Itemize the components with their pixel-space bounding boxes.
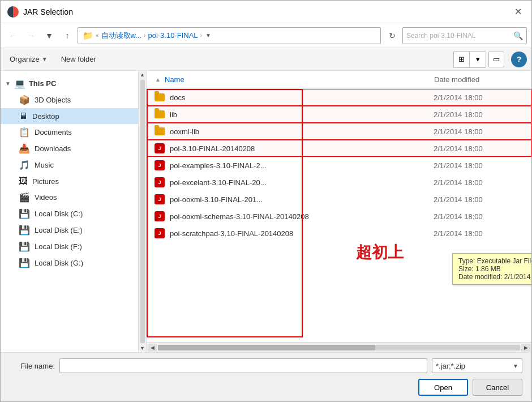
documents-label: Documents (35, 128, 72, 136)
sidebar-item-documents[interactable]: 📋 Documents (1, 124, 146, 140)
videos-icon: 🎬 (19, 192, 30, 203)
sidebar-item-desktop[interactable]: 🖥 Desktop (1, 108, 146, 124)
jar-icon: J (154, 211, 165, 222)
hscroll-right-arrow[interactable]: ▶ (521, 344, 530, 352)
file-list: docs 2/1/2014 18:00 lib 2/1/2014 18:00 (147, 89, 531, 342)
sidebar-item-local-disk-e[interactable]: 💾 Local Disk (E:) (1, 222, 146, 238)
jar-icon: J (154, 160, 165, 171)
scroll-up-arrow[interactable]: ▲ (139, 71, 147, 79)
table-row[interactable]: J poi-ooxml-schemas-3.10-FINAL-20140208 … (147, 208, 531, 225)
file-name: docs (170, 93, 429, 102)
toolbar: Organize ▼ New folder ⊞ ▾ ▭ ? (1, 48, 531, 71)
sidebar-item-3d-objects[interactable]: 📦 3D Objects (1, 92, 146, 108)
expand-icon: ▼ (5, 80, 11, 87)
sidebar-item-downloads[interactable]: 📥 Downloads (1, 140, 146, 157)
sort-collapse-btn[interactable]: ▲ (153, 75, 162, 84)
organize-chevron: ▼ (42, 56, 48, 62)
tooltip-size: Size: 1.86 MB (458, 265, 531, 273)
table-row[interactable]: J poi-scratchpad-3.10-FINAL-20140208 2/1… (147, 225, 531, 242)
downloads-icon: 📥 (19, 143, 30, 154)
file-date: 2/1/2014 18:00 (434, 93, 524, 102)
up-button[interactable]: ↑ (59, 28, 75, 44)
back-button[interactable]: ← (5, 28, 21, 44)
this-pc-icon: 💻 (14, 78, 25, 89)
sidebar-item-videos[interactable]: 🎬 Videos (1, 189, 146, 206)
hscroll-track[interactable] (158, 345, 520, 350)
table-row[interactable]: ooxml-lib 2/1/2014 18:00 (147, 123, 531, 140)
file-date: 2/1/2014 18:00 (434, 161, 524, 170)
file-name: ooxml-lib (170, 127, 429, 136)
horizontal-scrollbar[interactable]: ◀ ▶ (147, 342, 531, 352)
title-bar-left: JAR Selection (7, 6, 73, 18)
new-folder-button[interactable]: New folder (57, 53, 101, 65)
forward-button[interactable]: → (23, 28, 39, 44)
sidebar-item-local-disk-g[interactable]: 💾 Local Disk (G:) (1, 255, 146, 271)
preview-pane-button[interactable]: ▭ (488, 52, 504, 67)
col-name-header[interactable]: Name (165, 75, 432, 84)
sidebar-scrollbar[interactable]: ▲ ▼ (138, 71, 146, 352)
sidebar-item-this-pc[interactable]: ▼ 💻 This PC (1, 75, 146, 92)
table-row[interactable]: lib 2/1/2014 18:00 (147, 106, 531, 123)
folder-icon (154, 109, 165, 120)
dropdown-button[interactable]: ▼ (41, 28, 57, 44)
title-bar: JAR Selection ✕ (1, 1, 531, 23)
app-icon (7, 6, 19, 18)
table-row[interactable]: docs 2/1/2014 18:00 (147, 89, 531, 106)
sidebar-item-local-disk-f[interactable]: 💾 Local Disk (F:) (1, 238, 146, 255)
search-bar[interactable]: Search poi-3.10-FINAL 🔍 (402, 27, 527, 44)
file-name: poi-ooxml-schemas-3.10-FINAL-20140208 (170, 212, 429, 221)
refresh-button[interactable]: ↻ (384, 28, 400, 44)
search-input-text: Search poi-3.10-FINAL (406, 32, 511, 40)
table-row[interactable]: J poi-excelant-3.10-FINAL-20... 2/1/2014… (147, 174, 531, 191)
file-name: poi-excelant-3.10-FINAL-20... (170, 178, 429, 187)
sidebar-item-pictures[interactable]: 🖼 Pictures (1, 173, 146, 189)
file-pane: ▲ Name Date modified docs 2/1/2014 18:00 (147, 71, 531, 352)
breadcrumb-sep1: « (96, 32, 99, 39)
local-disk-f-label: Local Disk (F:) (35, 242, 82, 251)
local-disk-g-icon: 💾 (19, 258, 30, 268)
jar-selection-dialog: JAR Selection ✕ ← → ▼ ↑ 📁 « 自动读取w... › p… (0, 0, 532, 402)
close-button[interactable]: ✕ (511, 5, 525, 19)
breadcrumb-path1[interactable]: 自动读取w... (101, 31, 142, 41)
table-row[interactable]: J poi-3.10-FINAL-20140208 2/1/2014 18:00 (147, 140, 531, 157)
help-button[interactable]: ? (511, 52, 527, 67)
col-date-header[interactable]: Date modified (434, 75, 525, 84)
file-type-select[interactable]: *.jar;*.zip ▼ (432, 358, 522, 373)
file-name: poi-3.10-FINAL-20140208 (170, 144, 429, 153)
file-name-label: File name: (10, 362, 55, 370)
view-dropdown-icon: ▾ (476, 55, 480, 63)
open-button[interactable]: Open (418, 379, 468, 396)
view-dropdown-button[interactable]: ▾ (470, 52, 486, 67)
dialog-title: JAR Selection (23, 7, 73, 16)
music-label: Music (35, 161, 54, 169)
breadcrumb-path2[interactable]: poi-3.10-FINAL (148, 31, 198, 40)
folder-icon (154, 92, 165, 103)
file-date: 2/1/2014 18:00 (434, 178, 524, 187)
breadcrumb-expand[interactable]: ▼ (204, 32, 212, 39)
file-tooltip: Type: Executable Jar File Size: 1.86 MB … (452, 253, 531, 285)
file-list-header: ▲ Name Date modified (147, 71, 531, 89)
documents-icon: 📋 (19, 127, 30, 138)
file-name: poi-scratchpad-3.10-FINAL-20140208 (170, 229, 429, 238)
desktop-label: Desktop (32, 112, 59, 121)
hscroll-thumb (158, 345, 375, 350)
table-row[interactable]: J poi-ooxml-3.10-FINAL-201... 2/1/2014 1… (147, 191, 531, 208)
file-name-input[interactable] (59, 358, 427, 373)
downloads-label: Downloads (35, 144, 71, 153)
local-disk-e-label: Local Disk (E:) (35, 226, 83, 234)
file-type-dropdown-icon: ▼ (513, 363, 518, 369)
bottom-bar: File name: *.jar;*.zip ▼ Open Cancel (1, 352, 531, 401)
hscroll-left-arrow[interactable]: ◀ (148, 344, 157, 352)
file-date: 2/1/2014 18:00 (434, 212, 524, 221)
file-date: 2/1/2014 18:00 (434, 195, 524, 204)
sidebar-item-local-disk-c[interactable]: 💾 Local Disk (C:) (1, 206, 146, 222)
sidebar-item-music[interactable]: 🎵 Music (1, 157, 146, 173)
table-row[interactable]: J poi-examples-3.10-FINAL-2... 2/1/2014 … (147, 157, 531, 174)
organize-button[interactable]: Organize ▼ (5, 53, 52, 65)
breadcrumb-folder-icon: 📁 (83, 31, 93, 41)
grid-view-button[interactable]: ⊞ (454, 52, 470, 67)
scroll-down-arrow[interactable]: ▼ (139, 344, 147, 352)
jar-icon: J (154, 194, 165, 205)
cancel-button[interactable]: Cancel (473, 379, 522, 396)
videos-label: Videos (35, 193, 57, 202)
